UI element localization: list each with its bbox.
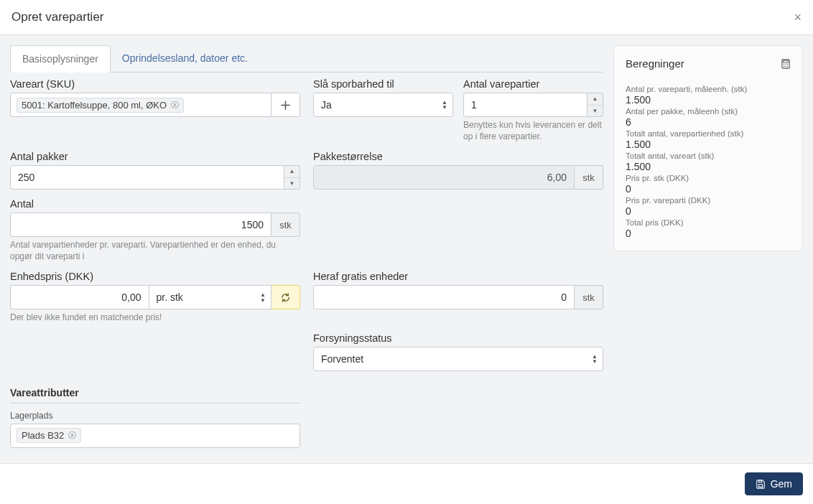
row-traceability-lots: Slå sporbarhed til Ja ▲▼ Antal vareparti… — [313, 78, 603, 142]
storage-input[interactable]: Plads B32 ⓧ — [10, 424, 300, 448]
plus-icon — [280, 100, 291, 111]
sku-input[interactable]: 5001: Kartoffelsuppe, 800 ml, ØKO ⓧ — [10, 93, 271, 117]
unit-price-input[interactable]: 0,00 — [10, 285, 149, 309]
storage-chip-remove-icon[interactable]: ⓧ — [68, 430, 76, 441]
svg-rect-1 — [784, 60, 789, 62]
svg-point-4 — [787, 64, 788, 65]
lot-count-field: Antal varepartier 1 ▲ ▼ Benyttes kun hvi… — [463, 78, 603, 142]
svg-point-3 — [785, 64, 786, 65]
sku-chip: 5001: Kartoffelsuppe, 800 ml, ØKO ⓧ — [17, 98, 184, 113]
sku-chip-remove-icon[interactable]: ⓧ — [171, 100, 179, 111]
chevron-down-icon[interactable]: ▼ — [587, 106, 603, 117]
lot-count-help: Benyttes kun hvis leverancen er delt op … — [463, 120, 603, 142]
chevron-up-icon[interactable]: ▲ — [587, 93, 603, 106]
qty-unit: stk — [271, 213, 300, 237]
calc-row-label: Antal per pakke, måleenh (stk) — [626, 107, 791, 116]
packages-field: Antal pakker 250 ▲ ▼ — [10, 151, 300, 190]
svg-point-5 — [784, 65, 784, 66]
qty-help: Antal varepartienheder pr. vareparti. Va… — [10, 240, 300, 262]
chevron-up-icon[interactable]: ▲ — [284, 166, 299, 178]
calculations-list: Antal pr. vareparti, måleenh. (stk)1.500… — [626, 84, 791, 239]
traceability-select[interactable]: Ja — [313, 93, 453, 117]
chevron-up-down-icon: ▲▼ — [592, 354, 598, 364]
storage-chip: Plads B32 ⓧ — [17, 428, 81, 443]
calc-row-value: 6 — [626, 116, 791, 128]
tabs: Basisoplysninger Oprindelsesland, datoer… — [10, 45, 603, 73]
packages-label: Antal pakker — [10, 151, 300, 162]
calc-row-value: 1.500 — [626, 139, 791, 150]
calc-row-value: 0 — [626, 205, 791, 217]
save-icon — [756, 479, 766, 489]
sku-chip-text: 5001: Kartoffelsuppe, 800 ml, ØKO — [22, 100, 167, 111]
lot-count-input[interactable]: 1 — [463, 93, 587, 117]
form-area: Basisoplysninger Oprindelsesland, datoer… — [10, 45, 603, 463]
traceability-field: Slå sporbarhed til Ja ▲▼ — [313, 78, 453, 142]
traceability-label: Slå sporbarhed til — [313, 78, 453, 90]
calc-row-label: Totalt antal, varepartienhed (stk) — [626, 129, 791, 138]
spacer — [313, 198, 603, 262]
chevron-down-icon[interactable]: ▼ — [284, 178, 299, 190]
calculations-heading: Beregninger — [626, 57, 684, 70]
spacer — [10, 332, 300, 371]
svg-point-2 — [784, 64, 784, 65]
tab-origin-dates[interactable]: Oprindelsesland, datoer etc. — [111, 45, 259, 72]
pack-size-label: Pakkestørrelse — [313, 151, 603, 162]
unit-price-field: Enhedspris (DKK) 0,00 pr. stk ▲▼ Der ble… — [10, 271, 300, 324]
chevron-up-down-icon: ▲▼ — [260, 292, 266, 302]
calc-row-value: 0 — [626, 228, 791, 239]
svg-rect-8 — [758, 485, 762, 487]
free-units-input[interactable]: 0 — [313, 285, 575, 309]
unit-price-label: Enhedspris (DKK) — [10, 271, 300, 282]
svg-point-7 — [787, 65, 788, 66]
storage-chip-text: Plads B32 — [22, 430, 64, 441]
free-units-label: Heraf gratis enheder — [313, 271, 603, 282]
pack-size-unit: stk — [575, 165, 603, 190]
unit-price-refresh-button[interactable] — [271, 285, 300, 309]
close-icon[interactable]: × — [794, 11, 802, 24]
calc-row-value: 0 — [626, 183, 791, 195]
calc-row-label: Antal pr. vareparti, måleenh. (stk) — [626, 85, 791, 93]
unit-price-per-select[interactable]: pr. stk — [149, 285, 272, 309]
svg-rect-9 — [758, 480, 761, 482]
unit-price-help: Der blev ikke fundet en matchende pris! — [10, 312, 300, 324]
calc-row-value: 1.500 — [626, 161, 791, 172]
sku-add-button[interactable] — [271, 93, 300, 117]
calculator-icon — [781, 59, 791, 69]
qty-label: Antal — [10, 198, 300, 210]
free-units-field: Heraf gratis enheder 0 stk — [313, 271, 603, 324]
calc-row-label: Pris pr. stk (DKK) — [626, 174, 791, 182]
attributes-section: Vareattributter Lagerplads Plads B32 ⓧ — [10, 380, 300, 448]
save-button[interactable]: Gem — [745, 472, 803, 495]
supply-status-select[interactable]: Forventet — [313, 347, 603, 371]
chevron-up-down-icon: ▲▼ — [442, 100, 447, 110]
sku-field: Vareart (SKU) 5001: Kartoffelsuppe, 800 … — [10, 78, 300, 142]
lot-count-label: Antal varepartier — [463, 78, 603, 90]
packages-input[interactable]: 250 — [10, 165, 284, 190]
calc-row-label: Pris pr. vareparti (DKK) — [626, 196, 791, 205]
save-button-label: Gem — [771, 478, 792, 490]
calc-row-value: 1.500 — [626, 94, 791, 106]
sku-label: Vareart (SKU) — [10, 78, 300, 90]
refresh-icon — [280, 292, 291, 303]
calc-row-label: Total pris (DKK) — [626, 218, 791, 227]
packages-stepper[interactable]: ▲ ▼ — [284, 165, 300, 190]
modal-header: Opret varepartier × — [0, 0, 813, 35]
calculations-panel: Beregninger Antal pr. vareparti, måleenh… — [613, 45, 803, 251]
divider — [10, 403, 300, 403]
supply-status-label: Forsyningsstatus — [313, 332, 603, 344]
svg-point-6 — [785, 65, 786, 66]
qty-input[interactable]: 1500 — [10, 213, 271, 237]
tab-basic-info[interactable]: Basisoplysninger — [10, 45, 111, 73]
spacer — [313, 380, 603, 448]
modal-body: Basisoplysninger Oprindelsesland, datoer… — [0, 35, 813, 463]
supply-status-field: Forsyningsstatus Forventet ▲▼ — [313, 332, 603, 371]
lot-count-stepper[interactable]: ▲ ▼ — [587, 93, 603, 117]
modal-title: Opret varepartier — [11, 10, 104, 24]
form-grid: Vareart (SKU) 5001: Kartoffelsuppe, 800 … — [10, 78, 603, 448]
attributes-heading: Vareattributter — [10, 387, 300, 398]
pack-size-input: 6,00 — [313, 165, 575, 190]
calc-row-label: Totalt antal, vareart (stk) — [626, 151, 791, 160]
modal-footer: Gem — [0, 463, 813, 504]
free-units-unit: stk — [575, 285, 603, 309]
qty-field: Antal 1500 stk Antal varepartienheder pr… — [10, 198, 300, 262]
